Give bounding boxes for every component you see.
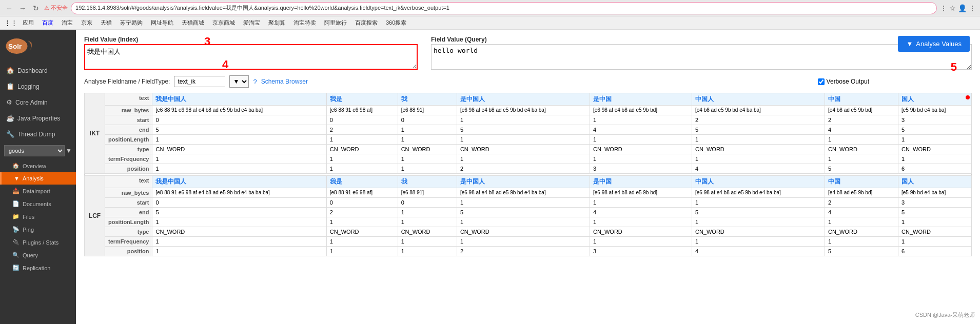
browser-icons: ⋮ ☆ 👤 ⋮: [940, 4, 976, 12]
sidebar-item-javaprops[interactable]: ☕ Java Properties: [0, 110, 76, 126]
start-row-label-lcf: start: [105, 198, 152, 208]
query-icon: 🔍: [12, 252, 19, 258]
bookmark-baidu2[interactable]: 百度搜索: [352, 18, 381, 28]
sidebar-item-threaddump[interactable]: 🔧 Thread Dump: [0, 126, 76, 142]
back-button[interactable]: ←: [4, 3, 14, 13]
tok-ikt-3-start: 1: [457, 115, 590, 125]
table-row-raw-bytes-ikt: raw_bytes [e6 88 91 e6 98 af e4 b8 ad e5…: [85, 106, 972, 115]
tok-lcf-7-text: 国人: [898, 176, 972, 188]
tok-ikt-0-start: 0: [152, 115, 326, 125]
sidebar-item-label: Logging: [17, 83, 40, 90]
tok-ikt-6-end: 4: [825, 125, 898, 135]
bookmark-aitaobao[interactable]: 爱淘宝: [240, 18, 263, 28]
bookmark-jd[interactable]: 京东: [78, 18, 95, 28]
sidebar-item-label: Thread Dump: [17, 131, 55, 138]
core-selector: goods ▼: [4, 145, 72, 156]
field-value-query-input[interactable]: hello world: [431, 44, 972, 70]
sidebar-item-dashboard[interactable]: 🏠 Dashboard: [0, 63, 76, 78]
bookmark-alitravel[interactable]: 阿里旅行: [321, 18, 350, 28]
sidebar-sub-item-dataimport[interactable]: 📥 Dataimport: [0, 185, 76, 197]
table-row-poslen-lcf: positionLength 11111111: [85, 217, 972, 227]
termfreq-row-label-ikt: termFrequency: [105, 154, 152, 164]
bookmark-taobao[interactable]: 淘宝: [58, 18, 76, 28]
table-row-header: IKT text 我是中国人 我是 我 是中国人 是中国 中国人 中国 国人: [85, 93, 972, 106]
core-select-dropdown[interactable]: goods: [4, 145, 65, 156]
csdn-watermark: CSDN @Java-呆萌老师: [915, 311, 975, 319]
bookmark-wangzhi[interactable]: 网址导航: [148, 18, 177, 28]
verbose-checkbox[interactable]: [818, 78, 825, 85]
tok-ikt-3-end: 5: [457, 125, 590, 135]
bookmark-jdsc[interactable]: 京东商城: [209, 18, 238, 28]
position-row-label-lcf: position: [105, 247, 152, 256]
apps-icon: ⋮⋮: [4, 19, 17, 27]
app-layout: Solr 🏠 Dashboard 📋 Logging ⚙ Core Admin …: [0, 30, 980, 324]
fieldname-row: Analyse Fieldname / FieldType: ▼ ? Schem…: [84, 75, 972, 88]
field-value-index-label: Field Value (Index): [84, 36, 423, 43]
ikt-label: IKT: [85, 93, 105, 174]
documents-icon: 📄: [12, 200, 19, 207]
table-row-start-lcf: start 00011123: [85, 198, 972, 208]
tok-lcf-6-text: 中国: [825, 176, 898, 188]
tok-lcf-3-text: 是中国人: [457, 176, 590, 188]
field-value-index-input[interactable]: 我是中国人: [84, 44, 418, 70]
token-ikt-4-text: 是中国: [590, 93, 692, 106]
schema-browser-link[interactable]: Schema Browser: [261, 78, 308, 85]
field-value-query-label: Field Value (Query): [431, 36, 972, 43]
token-ikt-5-raw: [e4 b8 ad e5 9b bd e4 ba ba]: [692, 106, 825, 115]
sidebar-sub-label: Query: [23, 252, 38, 258]
fieldtype-dropdown[interactable]: ▼: [229, 75, 249, 88]
javaprops-icon: ☕: [6, 114, 14, 122]
tok-lcf-4-raw: [e6 98 af e4 b8 ad e5 9b bd]: [590, 188, 692, 198]
analyse-btn-icon: ▼: [906, 40, 913, 48]
text-row-label: text: [105, 93, 152, 106]
bookmark-baidu[interactable]: 百度: [39, 18, 56, 28]
sidebar-sub-item-overview[interactable]: 🏠 Overview: [0, 159, 76, 172]
bookmark-tianmao[interactable]: 天猫: [97, 18, 115, 28]
tok-ikt-2-poslen: 1: [398, 135, 457, 145]
bookmark-taobaote[interactable]: 淘宝特卖: [290, 18, 319, 28]
forward-button[interactable]: →: [17, 3, 28, 13]
tok-ikt-7-start: 3: [898, 115, 972, 125]
sidebar-sub-label: Replication: [23, 265, 50, 271]
sidebar-sub-label: Documents: [23, 201, 51, 207]
bookmark-apps[interactable]: 应用: [19, 18, 37, 28]
tok-ikt-3-type: CN_WORD: [457, 145, 590, 154]
tok-ikt-7-pos: 6: [898, 164, 972, 174]
sidebar-sub-item-ping[interactable]: 📡 Ping: [0, 223, 76, 236]
table-row-end-ikt: end 5 2 1 5 4 5 4 5: [85, 125, 972, 135]
sidebar-item-logging[interactable]: 📋 Logging: [0, 78, 76, 94]
sidebar-sub-item-query[interactable]: 🔍 Query: [0, 249, 76, 261]
tok-ikt-0-end: 5: [152, 125, 326, 135]
threaddump-icon: 🔧: [6, 130, 14, 138]
address-bar[interactable]: [71, 2, 937, 14]
sidebar-sub-item-analysis[interactable]: ▼ Analysis: [0, 172, 76, 185]
bookmark-360[interactable]: 360搜索: [383, 18, 409, 28]
bookmark-juhuasuan[interactable]: 聚划算: [265, 18, 288, 28]
sidebar-sub-item-replication[interactable]: 🔄 Replication: [0, 261, 76, 274]
sidebar-sub-label: Dataimport: [23, 188, 50, 194]
token-ikt-5-text: 中国人: [692, 93, 825, 106]
tok-ikt-1-type: CN_WORD: [326, 145, 398, 154]
bookmark-suning[interactable]: 苏宁易购: [117, 18, 146, 28]
tok-lcf-0-text: 我是中国人: [152, 176, 326, 188]
files-icon: 📁: [12, 213, 19, 220]
raw-bytes-row-label: raw_bytes: [105, 106, 152, 115]
sidebar-sub-item-documents[interactable]: 📄 Documents: [0, 197, 76, 210]
fieldtype-input[interactable]: [174, 76, 225, 87]
analysis-icon: ▼: [14, 175, 19, 181]
sidebar-sub-item-plugins[interactable]: 🔌 Plugins / Stats: [0, 236, 76, 249]
refresh-button[interactable]: ↻: [31, 3, 41, 13]
sidebar-item-coreadmin[interactable]: ⚙ Core Admin: [0, 94, 76, 110]
token-ikt-0-raw: [e6 88 91 e6 98 af e4 b8 ad e5 9b bd e4 …: [152, 106, 326, 115]
sidebar-sub-item-files[interactable]: 📁 Files: [0, 210, 76, 223]
sidebar-item-label: Dashboard: [17, 67, 48, 74]
table-row-type-ikt: type CN_WORD CN_WORD CN_WORD CN_WORD CN_…: [85, 145, 972, 154]
token-ikt-0-text: 我是中国人: [152, 93, 326, 106]
dataimport-icon: 📥: [12, 188, 19, 194]
tok-lcf-5-text: 中国人: [692, 176, 825, 188]
analyse-values-button[interactable]: ▼ Analyse Values: [898, 36, 970, 52]
warning-icon: ⚠ 不安全: [44, 4, 68, 12]
tok-ikt-4-end: 4: [590, 125, 692, 135]
tok-ikt-4-poslen: 1: [590, 135, 692, 145]
bookmark-tianmao2[interactable]: 天猫商城: [179, 18, 207, 28]
